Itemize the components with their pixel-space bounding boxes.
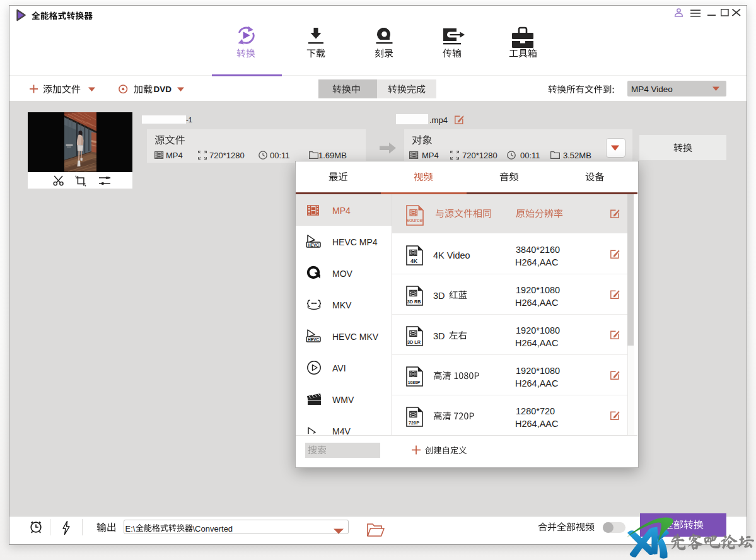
svg-text:1080P: 1080P xyxy=(408,380,421,385)
svg-text:3D RB: 3D RB xyxy=(407,299,421,305)
svg-text:720P: 720P xyxy=(409,420,419,426)
svg-text:source: source xyxy=(407,217,423,223)
svg-text:HEVC: HEVC xyxy=(308,243,319,247)
svg-text:HEVC: HEVC xyxy=(308,337,319,342)
svg-text:3D LR: 3D LR xyxy=(407,339,421,345)
svg-text:4K: 4K xyxy=(410,258,418,264)
